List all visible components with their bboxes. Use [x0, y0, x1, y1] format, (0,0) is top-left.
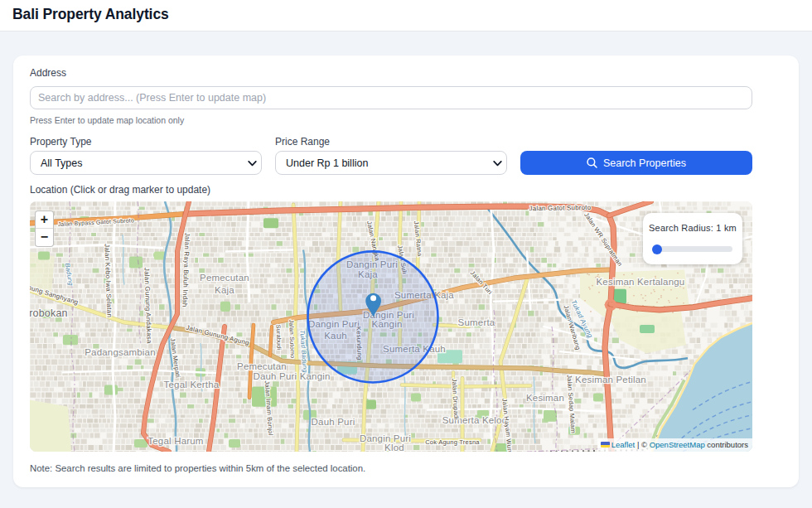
svg-text:Kesiman Kertalangu: Kesiman Kertalangu [597, 276, 685, 286]
svg-text:Tegal Harum: Tegal Harum [147, 436, 203, 446]
svg-text:Dauh Puri: Dauh Puri [312, 416, 355, 426]
svg-text:Kesiman Petilan: Kesiman Petilan [575, 375, 646, 385]
svg-text:Surabudi: Surabudi [274, 324, 283, 350]
svg-text:Jalan Gatot Subroto: Jalan Gatot Subroto [529, 204, 591, 212]
svg-text:Kesiman: Kesiman [526, 393, 564, 403]
svg-text:Padangsambian: Padangsambian [85, 347, 156, 357]
svg-text:Sumerta Kelod: Sumerta Kelod [442, 414, 508, 424]
svg-text:Jalan Sutomo: Jalan Sutomo [288, 319, 297, 358]
svg-text:Kerobokan: Kerobokan [30, 307, 68, 319]
svg-text:Sumerta: Sumerta [458, 317, 495, 327]
svg-text:Klod: Klod [384, 443, 404, 452]
svg-text:Pemecutan: Pemecutan [237, 361, 287, 371]
svg-text:Pemecutan: Pemecutan [200, 272, 249, 282]
svg-text:Dauh Puri Kangin: Dauh Puri Kangin [253, 371, 330, 381]
svg-text:Kaja: Kaja [215, 284, 234, 294]
svg-text:Cok Agung Tresna: Cok Agung Tresna [425, 438, 480, 446]
svg-text:Tegal Kertha: Tegal Kertha [164, 380, 220, 389]
